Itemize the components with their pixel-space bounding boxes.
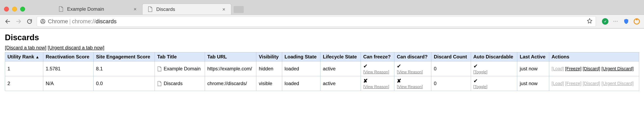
browser-tab-active[interactable]: Discards × bbox=[142, 4, 231, 14]
file-icon bbox=[157, 66, 162, 72]
col-can-freeze[interactable]: Can freeze? bbox=[360, 52, 394, 62]
file-icon bbox=[58, 6, 64, 12]
toggle-link[interactable]: [Toggle] bbox=[474, 84, 515, 89]
cell-discard-count: 0 bbox=[431, 62, 471, 76]
col-tab-title[interactable]: Tab Title bbox=[155, 52, 205, 62]
discard-now-link[interactable]: [Discard a tab now] bbox=[5, 45, 46, 50]
cell-lifecycle: active bbox=[320, 62, 361, 76]
page-content: Discards [Discard a tab now] [Urgent dis… bbox=[0, 28, 644, 94]
col-tab-url[interactable]: Tab URL bbox=[205, 52, 256, 62]
action-discard-link[interactable]: [Discard] bbox=[583, 66, 600, 71]
new-tab-button[interactable] bbox=[234, 6, 244, 13]
cell-title: Discards bbox=[155, 76, 205, 91]
check-icon: ✔ bbox=[474, 63, 478, 69]
urgent-discard-now-link[interactable]: [Urgent discard a tab now] bbox=[48, 45, 104, 50]
col-reactivation-score[interactable]: Reactivation Score bbox=[43, 52, 94, 62]
col-can-discard[interactable]: Can discard? bbox=[394, 52, 431, 62]
bookmark-star-icon[interactable] bbox=[587, 18, 592, 25]
view-reason-link[interactable]: [View Reason] bbox=[363, 84, 392, 89]
window-controls bbox=[4, 4, 53, 14]
extension-green-icon[interactable]: ✔ bbox=[602, 18, 608, 25]
cross-icon: ✘ bbox=[363, 78, 368, 84]
toggle-link[interactable]: [Toggle] bbox=[474, 70, 515, 74]
extension-icons: ✔ ••• bbox=[600, 18, 640, 25]
tab-title: Discards bbox=[156, 6, 218, 12]
cell-discard-count: 0 bbox=[431, 76, 471, 91]
cell-engagement: 0.0 bbox=[94, 76, 155, 91]
close-icon[interactable]: × bbox=[222, 7, 226, 12]
cell-visibility: visible bbox=[256, 76, 282, 91]
action-load-link: [Load] bbox=[552, 81, 564, 86]
check-icon: ✔ bbox=[474, 78, 478, 84]
action-urgent-link[interactable]: [Urgent Discard] bbox=[602, 66, 634, 71]
url-label: Chrome bbox=[48, 18, 68, 25]
view-reason-link[interactable]: [View Reason] bbox=[363, 70, 392, 74]
cell-loading: loaded bbox=[282, 62, 320, 76]
action-freeze-link[interactable]: [Freeze] bbox=[565, 66, 582, 71]
file-icon bbox=[157, 81, 162, 86]
col-discard-count[interactable]: Discard Count bbox=[431, 52, 471, 62]
col-actions[interactable]: Actions bbox=[549, 52, 639, 62]
close-window-icon[interactable] bbox=[4, 7, 9, 12]
check-icon: ✔ bbox=[363, 63, 368, 69]
svg-point-3 bbox=[636, 19, 638, 20]
cell-lifecycle: active bbox=[320, 76, 361, 91]
cell-auto-discardable: ✔[Toggle] bbox=[471, 62, 517, 76]
page-actions: [Discard a tab now] [Urgent discard a ta… bbox=[5, 45, 639, 50]
page-title: Discards bbox=[5, 33, 639, 42]
cell-url: chrome://discards/ bbox=[205, 76, 256, 91]
cell-can-discard: ✘[View Reason] bbox=[394, 76, 431, 91]
view-reason-link[interactable]: [View Reason] bbox=[397, 84, 429, 89]
col-lifecycle-state[interactable]: Lifecycle State bbox=[320, 52, 361, 62]
col-auto-discardable[interactable]: Auto Discardable bbox=[471, 52, 517, 62]
cell-reactivation: N/A bbox=[43, 76, 94, 91]
cell-engagement: 8.1 bbox=[94, 62, 155, 76]
tab-title: Example Domain bbox=[67, 6, 130, 12]
browser-tab-inactive[interactable]: Example Domain × bbox=[53, 4, 142, 14]
browser-chrome: Example Domain × Discards × Chrome | bbox=[0, 0, 644, 28]
cell-auto-discardable: ✔[Toggle] bbox=[471, 76, 517, 91]
cell-reactivation: 1.5781 bbox=[43, 62, 94, 76]
maximize-window-icon[interactable] bbox=[20, 7, 25, 12]
col-visibility[interactable]: Visibility bbox=[256, 52, 282, 62]
cross-icon: ✘ bbox=[397, 78, 401, 84]
extension-shield-icon[interactable] bbox=[623, 18, 630, 25]
close-icon[interactable]: × bbox=[134, 6, 137, 12]
cell-loading: loaded bbox=[282, 76, 320, 91]
back-button[interactable] bbox=[4, 18, 11, 25]
sort-asc-icon: ▲ bbox=[35, 55, 40, 59]
svg-point-1 bbox=[42, 20, 44, 22]
url-path: discards bbox=[96, 18, 117, 25]
cell-url: https://example.com/ bbox=[205, 62, 256, 76]
cell-rank: 1 bbox=[5, 62, 43, 76]
col-utility-rank[interactable]: Utility Rank▲ bbox=[5, 52, 43, 62]
forward-button[interactable] bbox=[15, 18, 22, 25]
cell-last-active: just now bbox=[517, 76, 549, 91]
extension-orange-icon[interactable] bbox=[634, 18, 640, 25]
cell-visibility: hidden bbox=[256, 62, 282, 76]
col-loading-state[interactable]: Loading State bbox=[282, 52, 320, 62]
toolbar: Chrome | chrome://discards ✔ ••• bbox=[0, 14, 644, 28]
action-discard-link: [Discard] bbox=[583, 81, 600, 86]
view-reason-link[interactable]: [View Reason] bbox=[397, 70, 429, 74]
tab-strip: Example Domain × Discards × bbox=[0, 0, 644, 14]
cell-actions: [Load] [Freeze] [Discard] [Urgent Discar… bbox=[549, 76, 639, 91]
address-bar[interactable]: Chrome | chrome://discards bbox=[37, 16, 596, 27]
cell-can-discard: ✔[View Reason] bbox=[394, 62, 431, 76]
check-icon: ✔ bbox=[397, 63, 401, 69]
col-last-active[interactable]: Last Active bbox=[517, 52, 549, 62]
cell-can-freeze: ✘[View Reason] bbox=[360, 76, 394, 91]
table-row: 11.57818.1Example Domainhttps://example.… bbox=[5, 62, 639, 76]
reload-button[interactable] bbox=[26, 18, 33, 25]
cell-last-active: just now bbox=[517, 62, 549, 76]
action-freeze-link: [Freeze] bbox=[565, 81, 582, 86]
table-header-row: Utility Rank▲ Reactivation Score Site En… bbox=[5, 52, 639, 62]
discards-table: Utility Rank▲ Reactivation Score Site En… bbox=[5, 52, 639, 91]
minimize-window-icon[interactable] bbox=[12, 7, 17, 12]
col-site-engagement[interactable]: Site Engagement Score bbox=[94, 52, 155, 62]
action-urgent-link: [Urgent Discard] bbox=[602, 81, 634, 86]
cell-rank: 2 bbox=[5, 76, 43, 91]
cell-actions: [Load] [Freeze] [Discard] [Urgent Discar… bbox=[549, 62, 639, 76]
extension-dots-icon[interactable]: ••• bbox=[612, 18, 619, 25]
cell-can-freeze: ✔[View Reason] bbox=[360, 62, 394, 76]
